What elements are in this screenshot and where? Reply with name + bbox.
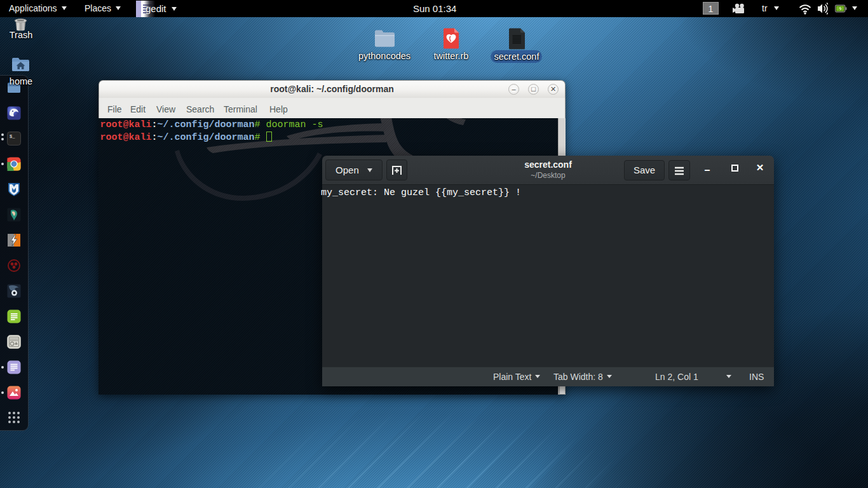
svg-text:$_: $_ — [10, 134, 15, 139]
